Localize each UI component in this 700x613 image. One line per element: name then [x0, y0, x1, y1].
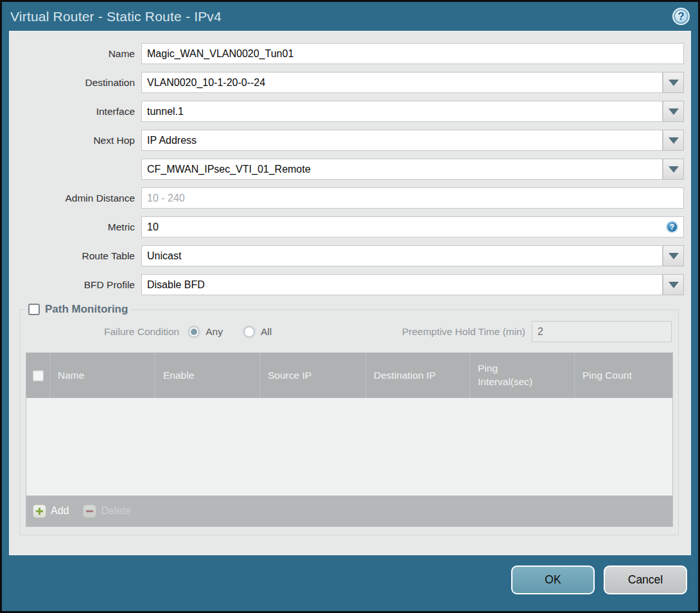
route-table-dropdown-button[interactable]: [663, 245, 684, 266]
interface-label: Interface: [10, 106, 141, 117]
bfd-profile-input[interactable]: [141, 274, 663, 295]
delete-minus-icon: [83, 505, 96, 518]
destination-input[interactable]: [141, 72, 663, 93]
next-hop-address-input[interactable]: [141, 159, 663, 180]
path-monitoring-title: Path Monitoring: [45, 303, 128, 316]
failure-condition-any-radio: [188, 326, 200, 338]
add-button[interactable]: Add: [33, 505, 69, 518]
failure-condition-all-radio: [243, 326, 255, 338]
chevron-down-icon: [669, 282, 679, 288]
failure-condition-all-label: All: [261, 326, 272, 338]
help-icon[interactable]: ?: [672, 8, 690, 25]
dialog-title: Virtual Router - Static Route - IPv4: [10, 9, 222, 24]
delete-button: Delete: [83, 505, 130, 518]
table-header-enable: Enable: [155, 353, 259, 398]
table-header-name: Name: [49, 353, 155, 398]
metric-row: Metric ?: [10, 216, 684, 237]
preemptive-hold-time-input: [532, 321, 672, 342]
add-button-label: Add: [51, 505, 69, 517]
next-hop-address-dropdown-button[interactable]: [663, 159, 684, 180]
delete-button-label: Delete: [101, 505, 130, 517]
name-input[interactable]: [141, 43, 684, 64]
admin-distance-input[interactable]: [141, 187, 684, 209]
admin-distance-row: Admin Distance: [10, 187, 684, 209]
route-table-input[interactable]: [141, 245, 663, 266]
next-hop-type-input[interactable]: [141, 130, 663, 151]
destination-label: Destination: [10, 77, 141, 89]
route-table-label: Route Table: [10, 250, 141, 262]
next-hop-address-row: [10, 159, 684, 180]
destination-dropdown-button[interactable]: [663, 72, 684, 93]
interface-input[interactable]: [141, 101, 663, 122]
table-toolbar: Add Delete: [26, 496, 672, 526]
chevron-down-icon: [669, 137, 679, 144]
table-header-ping-count: Ping Count: [574, 353, 672, 398]
dialog-body: Name Destination Interface: [9, 31, 691, 555]
admin-distance-label: Admin Distance: [10, 193, 141, 204]
bfd-profile-dropdown-button[interactable]: [663, 274, 684, 295]
table-body-empty: [26, 398, 672, 496]
table-header-ping-interval: Ping Interval(sec): [469, 353, 574, 398]
chevron-down-icon: [669, 108, 679, 115]
failure-condition-any-label: Any: [206, 326, 223, 338]
table-header-row: Name Enable Source IP Destination IP Pin…: [26, 353, 672, 398]
preemptive-hold-time-label: Preemptive Hold Time (min): [402, 326, 532, 338]
chevron-down-icon: [669, 80, 679, 86]
title-bar: Virtual Router - Static Route - IPv4 ?: [2, 2, 698, 31]
bfd-profile-label: BFD Profile: [10, 279, 141, 291]
path-monitoring-table: Name Enable Source IP Destination IP Pin…: [26, 352, 673, 527]
path-monitoring-group: Path Monitoring Failure Condition Any Al…: [20, 303, 679, 535]
dialog-footer: OK Cancel: [2, 555, 698, 611]
preemptive-hold-time-group: Preemptive Hold Time (min): [402, 321, 672, 342]
route-table-row: Route Table: [10, 245, 684, 266]
next-hop-row: Next Hop: [10, 130, 684, 151]
table-header-destination-ip: Destination IP: [365, 353, 469, 398]
path-monitoring-checkbox[interactable]: [28, 304, 40, 315]
interface-row: Interface: [10, 101, 684, 122]
table-header-source-ip: Source IP: [259, 353, 365, 398]
metric-input[interactable]: [141, 216, 684, 237]
bfd-profile-row: BFD Profile: [10, 274, 684, 295]
static-route-dialog: Virtual Router - Static Route - IPv4 ? N…: [0, 0, 700, 613]
cancel-button[interactable]: Cancel: [604, 566, 687, 594]
metric-help-icon[interactable]: ?: [666, 221, 678, 233]
failure-condition-label: Failure Condition: [104, 326, 179, 338]
ok-button[interactable]: OK: [511, 566, 595, 594]
select-all-checkbox[interactable]: [33, 370, 44, 381]
next-hop-dropdown-button[interactable]: [663, 130, 684, 151]
name-row: Name: [10, 43, 684, 64]
add-plus-icon: [33, 505, 46, 518]
chevron-down-icon: [669, 166, 679, 173]
path-monitoring-legend: Path Monitoring: [26, 303, 132, 316]
table-header-checkbox-cell: [26, 353, 49, 398]
chevron-down-icon: [669, 253, 679, 259]
name-label: Name: [10, 48, 141, 60]
failure-condition-row: Failure Condition Any All Preemptive Hol…: [27, 321, 672, 342]
interface-dropdown-button[interactable]: [663, 101, 684, 122]
next-hop-label: Next Hop: [10, 135, 141, 146]
metric-label: Metric: [10, 221, 141, 233]
destination-row: Destination: [10, 72, 684, 93]
